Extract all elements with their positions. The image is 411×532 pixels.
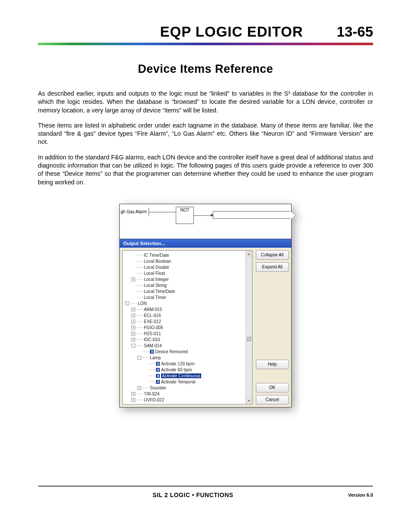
item-icon <box>156 362 160 366</box>
tree-spacer <box>131 283 135 287</box>
collapse-icon[interactable]: - <box>137 356 141 360</box>
tree-label[interactable]: IDC-010 <box>144 337 160 342</box>
tree-row[interactable]: Local Time/Date <box>125 289 251 295</box>
logic-wire <box>149 212 176 212</box>
tree-label[interactable]: Sounder <box>150 386 166 390</box>
tree-label[interactable]: IC Time/Date <box>144 253 169 258</box>
tree-row[interactable]: -Lamp <box>125 355 251 361</box>
tree-label[interactable]: Local Float <box>144 271 165 276</box>
tree-label[interactable]: Activate Continuous <box>161 373 201 378</box>
tree-connector <box>149 364 155 364</box>
tree-spacer <box>131 259 135 263</box>
tree-label[interactable]: Local Double <box>144 265 169 270</box>
tree-connector <box>137 255 143 255</box>
expand-icon[interactable]: + <box>131 320 135 324</box>
tree-row[interactable]: Local Timer <box>125 295 251 301</box>
expand-icon[interactable]: + <box>131 308 135 311</box>
tree-row[interactable]: +H2S-011 <box>125 331 251 337</box>
ok-button[interactable]: OK <box>256 383 289 392</box>
tree-label[interactable]: FGIO-005 <box>144 325 163 330</box>
expand-icon[interactable]: + <box>131 392 135 396</box>
expand-icon[interactable]: + <box>131 338 135 342</box>
item-icon <box>150 350 154 354</box>
tree-row[interactable]: IC Time/Date <box>125 252 251 258</box>
tree-pane[interactable]: IC Time/DateLocal BooleanLocal DoubleLoc… <box>122 250 252 404</box>
tree-row[interactable]: +FGIO-005 <box>125 325 251 331</box>
expand-icon[interactable]: + <box>131 398 135 402</box>
help-button[interactable]: Help <box>256 360 289 369</box>
tree-label[interactable]: LON <box>138 301 147 306</box>
tree-row[interactable]: Local String <box>125 283 251 289</box>
tree-label[interactable]: ARM-015 <box>144 307 162 312</box>
expand-icon[interactable]: + <box>131 314 135 317</box>
expand-icon[interactable]: + <box>131 277 135 281</box>
body-text: As described earlier, inputs and outputs… <box>38 90 373 187</box>
scroll-down-icon[interactable]: ▾ <box>246 398 252 404</box>
paragraph: As described earlier, inputs and outputs… <box>38 90 373 115</box>
tree-label[interactable]: ECL-016 <box>144 313 161 318</box>
tree-label[interactable]: Activate Temporal <box>161 380 195 384</box>
scrollbar[interactable]: ▴ ▾ <box>246 251 252 404</box>
scroll-up-icon[interactable]: ▴ <box>246 251 252 257</box>
tree-label[interactable]: Local Integer <box>144 277 169 282</box>
tree-row[interactable]: +ECL-016 <box>125 313 251 319</box>
tree-row[interactable]: +ARM-015 <box>125 307 251 313</box>
tree-connector <box>131 303 137 304</box>
tree-row[interactable]: Activate 120 bpm <box>125 361 251 367</box>
collapse-all-button[interactable]: Collapse All <box>256 250 289 260</box>
tree-row[interactable]: Activate Temporal <box>125 379 251 385</box>
tree-row[interactable]: Activate 60 bpm <box>125 367 251 373</box>
tree-label[interactable]: Local String <box>144 283 167 288</box>
tree-row[interactable]: Local Double <box>125 264 251 271</box>
tree-row[interactable]: +EXE-012 <box>125 319 251 325</box>
tree-connector <box>137 297 143 298</box>
scroll-thumb[interactable] <box>247 337 251 341</box>
expand-icon[interactable]: + <box>131 404 135 404</box>
cancel-button[interactable]: Cancel <box>256 395 289 404</box>
tree-row[interactable]: -LON <box>125 301 251 307</box>
tree-connector <box>137 321 143 322</box>
tree-row[interactable]: Local Float <box>125 271 251 277</box>
tree-connector <box>137 315 143 316</box>
tree-label[interactable]: EXE-012 <box>144 319 161 324</box>
tree-connector <box>143 358 149 358</box>
tree-row[interactable]: Local Boolean <box>125 258 251 264</box>
footer: SIL 2 LOGIC • FUNCTIONS Version 6.0 <box>38 492 373 498</box>
tree-label[interactable]: UVFD-022 <box>144 398 164 402</box>
expand-icon[interactable]: + <box>137 386 141 390</box>
paragraph: These items are listed in alphabetic ord… <box>38 121 373 146</box>
item-icon <box>156 380 160 384</box>
tree-label[interactable]: Activate 60 bpm <box>161 367 192 372</box>
tree-row[interactable]: +UVFD-022 <box>125 397 251 403</box>
tree-row[interactable]: +TIR-024 <box>125 391 251 397</box>
expand-icon[interactable]: + <box>131 332 135 336</box>
tree-label[interactable]: H2S-011 <box>144 331 161 336</box>
tree-connector <box>149 382 155 382</box>
logic-not-block: NOT <box>176 207 194 224</box>
tree-label[interactable]: Local Boolean <box>144 259 171 264</box>
expand-icon[interactable]: + <box>131 326 135 330</box>
tree-row[interactable]: +UVIR-013 <box>125 403 251 404</box>
collapse-icon[interactable]: - <box>125 302 129 305</box>
paragraph: In addition to the standard F&G alarms, … <box>38 153 373 187</box>
tree-label[interactable]: TIR-024 <box>144 392 159 396</box>
tree-label[interactable]: Local Timer <box>144 295 166 300</box>
tree-spacer <box>137 350 141 354</box>
tree-row[interactable]: +IDC-010 <box>125 337 251 343</box>
tree-label[interactable]: Activate 120 bpm <box>161 361 194 366</box>
page: EQP Logic Editor 13-65 Device Items Refe… <box>0 0 411 532</box>
tree-label[interactable]: SAM-014 <box>144 343 162 348</box>
expand-all-button[interactable]: Expand All <box>256 262 289 272</box>
tree-row[interactable]: Activate Continuous <box>125 373 251 379</box>
tree-label[interactable]: Local Time/Date <box>144 289 175 294</box>
tree-label[interactable]: Lamp <box>150 355 161 360</box>
collapse-icon[interactable]: - <box>131 344 135 348</box>
tree-row[interactable]: Device Removed <box>125 349 251 355</box>
tree-row[interactable]: +Sounder <box>125 385 251 391</box>
tree-label[interactable]: UVIR-013 <box>144 404 163 404</box>
tree-row[interactable]: -SAM-014 <box>125 343 251 349</box>
tree-connector <box>137 309 143 310</box>
tree-row[interactable]: +Local Integer <box>125 277 251 283</box>
page-header: EQP Logic Editor 13-65 <box>38 24 373 40</box>
tree-label[interactable]: Device Removed <box>155 349 188 354</box>
